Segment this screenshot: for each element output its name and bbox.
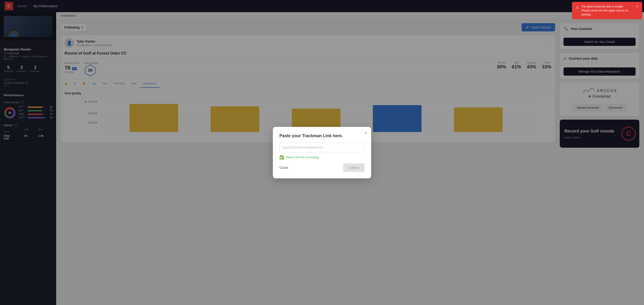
- modal-title: Paste your Trackman Link here.: [280, 134, 364, 138]
- modal-actions: Close Submit: [280, 164, 364, 172]
- trackman-modal: Paste your Trackman Link here. × ✅ Repor…: [273, 127, 371, 178]
- warning-icon: ⚠: [576, 5, 579, 10]
- modal-close-icon[interactable]: ×: [364, 130, 368, 135]
- trackman-link-input[interactable]: [280, 142, 364, 152]
- error-toast: ⚠ The given trackman link is invalid. Pl…: [572, 2, 642, 19]
- toast-close-button[interactable]: ×: [636, 5, 638, 8]
- check-circle-icon: ✅: [280, 155, 284, 160]
- modal-close-button[interactable]: Close: [280, 166, 288, 170]
- modal-overlay: Paste your Trackman Link here. × ✅ Repor…: [0, 0, 644, 305]
- modal-success-message: ✅ Report sent for processing: [280, 155, 364, 160]
- modal-submit-button[interactable]: Submit: [343, 164, 364, 172]
